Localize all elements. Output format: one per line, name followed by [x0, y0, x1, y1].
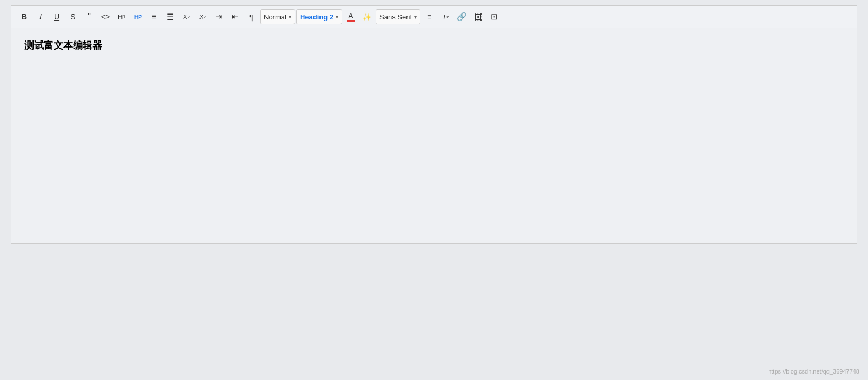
editor-wrapper: B I U S " <> H1 H2 ≡ ☰ X2 X2 ⇥ ⇤ ¶ Norma… [11, 5, 857, 244]
paragraph-style-arrow: ▾ [289, 14, 291, 20]
font-family-label: Sans Serif [379, 13, 412, 21]
font-family-arrow: ▾ [414, 14, 417, 20]
bottom-area: https://blog.csdn.net/qq_36947748 [0, 249, 868, 379]
insert-link-button[interactable]: 🔗 [454, 9, 469, 24]
font-color-button[interactable]: A [343, 9, 358, 24]
font-family-dropdown[interactable]: Sans Serif ▾ [376, 9, 420, 24]
editor-heading: 测试富文本编辑器 [24, 39, 844, 52]
unordered-list-button[interactable]: ☰ [163, 9, 178, 24]
toolbar: B I U S " <> H1 H2 ≡ ☰ X2 X2 ⇥ ⇤ ¶ Norma… [11, 5, 857, 28]
align-button[interactable]: ≡ [422, 9, 437, 24]
italic-button[interactable]: I [33, 9, 48, 24]
indent-increase-button[interactable]: ⇥ [211, 9, 226, 24]
paragraph-button[interactable]: ¶ [244, 9, 259, 24]
strikethrough-button[interactable]: S [65, 9, 81, 24]
font-color-icon: A [347, 12, 355, 22]
blockquote-button[interactable]: " [82, 9, 97, 24]
paragraph-style-label: Normal [264, 13, 286, 21]
magic-button[interactable]: ✨ [359, 9, 375, 24]
ordered-list-button[interactable]: ≡ [146, 9, 162, 24]
subscript-button[interactable]: X2 [179, 9, 194, 24]
code-button[interactable]: <> [98, 9, 113, 24]
url-bar: https://blog.csdn.net/qq_36947748 [768, 368, 859, 375]
heading-style-dropdown[interactable]: Heading 2 ▾ [296, 9, 342, 24]
font-color-underline [347, 20, 355, 22]
heading-style-arrow: ▾ [336, 14, 338, 20]
underline-button[interactable]: U [49, 9, 64, 24]
superscript-button[interactable]: X2 [195, 9, 210, 24]
paragraph-style-dropdown[interactable]: Normal ▾ [260, 9, 295, 24]
indent-decrease-button[interactable]: ⇤ [228, 9, 243, 24]
clear-format-button[interactable]: Tx [438, 9, 453, 24]
bold-button[interactable]: B [17, 9, 32, 24]
insert-image-button[interactable]: 🖼 [470, 9, 485, 24]
insert-table-button[interactable]: ⊡ [486, 9, 502, 24]
heading-style-label: Heading 2 [300, 13, 333, 21]
editor-content[interactable]: 测试富文本编辑器 [11, 28, 857, 244]
h1-button[interactable]: H1 [114, 9, 129, 24]
h2-button[interactable]: H2 [130, 9, 145, 24]
